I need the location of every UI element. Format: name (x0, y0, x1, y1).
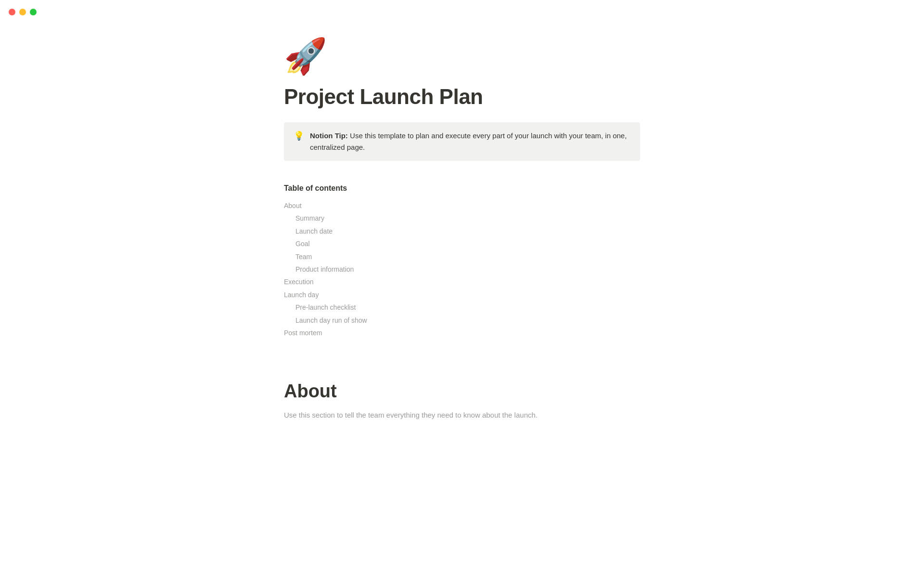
notion-tip-callout: 💡 Notion Tip: Use this template to plan … (284, 122, 640, 161)
table-of-contents: Table of contents AboutSummaryLaunch dat… (284, 184, 640, 338)
toc-link-goal[interactable]: Goal (284, 240, 310, 248)
toc-item[interactable]: About (284, 200, 640, 211)
about-section: About Use this section to tell the team … (284, 381, 640, 421)
toc-link-pre-launch-checklist[interactable]: Pre-launch checklist (284, 303, 356, 311)
callout-text: Notion Tip: Use this template to plan an… (310, 130, 630, 153)
toc-link-execution[interactable]: Execution (284, 278, 313, 286)
toc-item[interactable]: Team (284, 251, 640, 262)
page-icon: 🚀 (284, 39, 640, 73)
toc-title: Table of contents (284, 184, 640, 193)
main-content: 🚀 Project Launch Plan 💡 Notion Tip: Use … (255, 0, 669, 479)
toc-item[interactable]: Launch date (284, 226, 640, 236)
toc-item[interactable]: Product information (284, 264, 640, 275)
section-divider (284, 365, 640, 366)
toc-item[interactable]: Pre-launch checklist (284, 302, 640, 313)
close-button[interactable] (9, 9, 15, 15)
lightbulb-icon: 💡 (294, 131, 304, 141)
callout-prefix: Notion Tip: (310, 131, 348, 140)
toc-link-launch-day[interactable]: Launch day (284, 291, 319, 299)
toc-link-about[interactable]: About (284, 202, 302, 210)
toc-list: AboutSummaryLaunch dateGoalTeamProduct i… (284, 200, 640, 338)
toc-link-launch-day-run-of-show[interactable]: Launch day run of show (284, 316, 367, 324)
toc-link-product-information[interactable]: Product information (284, 265, 354, 273)
toc-item[interactable]: Summary (284, 213, 640, 223)
toc-item[interactable]: Execution (284, 276, 640, 287)
minimize-button[interactable] (19, 9, 26, 15)
about-subtitle: Use this section to tell the team everyt… (284, 409, 640, 421)
toc-link-post-mortem[interactable]: Post mortem (284, 329, 322, 337)
toc-item[interactable]: Launch day (284, 289, 640, 300)
callout-body: Use this template to plan and execute ev… (310, 131, 627, 151)
toc-link-launch-date[interactable]: Launch date (284, 227, 333, 235)
window-controls (9, 9, 37, 15)
toc-item[interactable]: Post mortem (284, 328, 640, 338)
page-title: Project Launch Plan (284, 85, 640, 109)
toc-item[interactable]: Launch day run of show (284, 315, 640, 326)
toc-item[interactable]: Goal (284, 238, 640, 249)
toc-link-team[interactable]: Team (284, 253, 312, 261)
toc-link-summary[interactable]: Summary (284, 214, 324, 222)
about-heading: About (284, 381, 640, 402)
maximize-button[interactable] (30, 9, 37, 15)
